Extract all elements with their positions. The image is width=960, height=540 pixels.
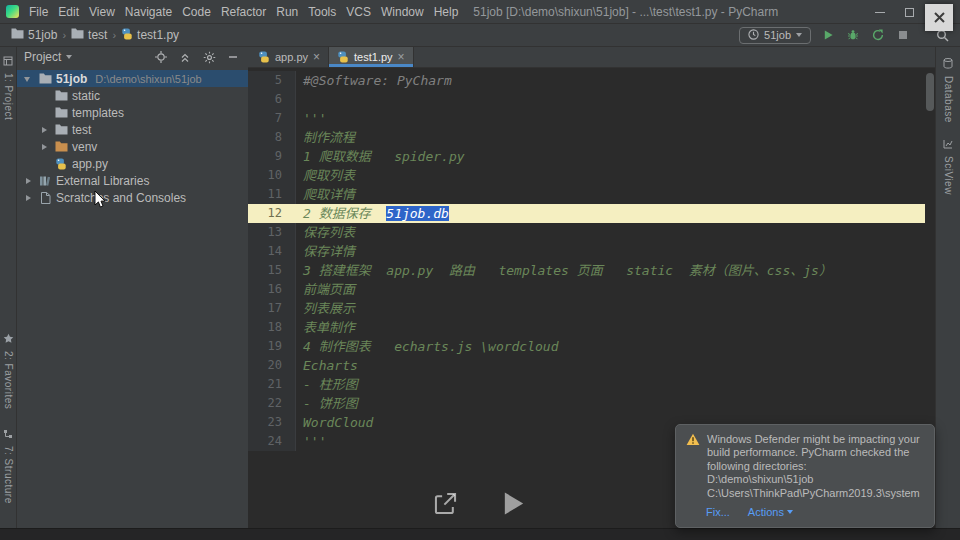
breadcrumb-test1-py[interactable]: test1.py (118, 28, 182, 43)
tool-button-database[interactable]: Database (943, 55, 954, 123)
tool-button-label: Database (943, 76, 954, 123)
notification-paths: D:\demo\shixun\51jobC:\Users\ThinkPad\Py… (707, 473, 924, 500)
tree-item-venv[interactable]: venv (17, 138, 248, 155)
menu-tools[interactable]: Tools (303, 0, 341, 24)
code-line-5[interactable]: 5#@Software: PyCharm (248, 71, 925, 90)
left-strip-top: 1: Project (3, 52, 14, 136)
chevron-right-icon[interactable] (39, 141, 50, 153)
tree-item-scratches-and-consoles[interactable]: Scratches and Consoles (17, 189, 248, 206)
folder-icon (54, 90, 68, 101)
close-button[interactable] (925, 4, 953, 31)
code-line-10[interactable]: 10爬取列表 (248, 166, 925, 185)
tab-close-icon[interactable]: × (398, 51, 405, 63)
tree-item-label: test (72, 123, 91, 137)
code-line-7[interactable]: 7''' (248, 109, 925, 128)
folder-icon (38, 73, 52, 84)
code-line-22[interactable]: 22- 饼形图 (248, 394, 925, 413)
share-overlay-icon[interactable] (432, 490, 459, 521)
right-strip-items: DatabaseSciView (943, 55, 954, 207)
line-number: 21 (248, 375, 296, 394)
code-line-17[interactable]: 17列表展示 (248, 299, 925, 318)
debug-button[interactable] (845, 27, 861, 43)
run-with-coverage-button[interactable] (870, 27, 886, 43)
menu-edit[interactable]: Edit (53, 0, 84, 24)
menu-window[interactable]: Window (376, 0, 429, 24)
tree-item-test[interactable]: test (17, 121, 248, 138)
locate-file-button[interactable] (153, 49, 169, 65)
settings-gear-icon[interactable] (201, 49, 217, 65)
python-icon (121, 28, 133, 43)
line-number: 22 (248, 394, 296, 413)
left-tool-strip: 1: Project 2: Favorites7: Structure (0, 47, 17, 528)
tool-button-7-structure[interactable]: 7: Structure (3, 425, 14, 504)
tool-button-2-favorites[interactable]: 2: Favorites (3, 330, 14, 409)
chevron-right-icon[interactable] (39, 124, 50, 136)
tree-item-path: D:\demo\shixun\51job (95, 73, 201, 85)
code-line-13[interactable]: 13保存列表 (248, 223, 925, 242)
scrollbar-thumb[interactable] (926, 73, 934, 111)
code-line-16[interactable]: 16前端页面 (248, 280, 925, 299)
left-strip-bottom: 2: Favorites7: Structure (3, 330, 14, 520)
chevron-down-icon[interactable] (23, 73, 34, 85)
folder-icon (54, 107, 68, 118)
code-line-9[interactable]: 91 爬取数据 spider.py (248, 147, 925, 166)
tree-item-templates[interactable]: templates (17, 104, 248, 121)
menu-refactor[interactable]: Refactor (216, 0, 271, 24)
hide-panel-button[interactable] (225, 49, 241, 65)
code-line-15[interactable]: 153 搭建框架 app.py 路由 templates 页面 static 素… (248, 261, 925, 280)
code-text: 保存详情 (296, 242, 355, 261)
code-line-6[interactable]: 6 (248, 90, 925, 109)
run-config-selector[interactable]: 51job (739, 27, 811, 44)
code-text: 保存列表 (296, 223, 355, 242)
line-number: 18 (248, 318, 296, 337)
code-line-12[interactable]: 122 数据保存 51job.db (248, 204, 925, 223)
menu-navigate[interactable]: Navigate (120, 0, 177, 24)
menu-vcs[interactable]: VCS (341, 0, 376, 24)
tree-item-label: venv (72, 140, 97, 154)
tree-item-51job[interactable]: 51jobD:\demo\shixun\51job (17, 70, 248, 87)
tab-test1-py[interactable]: test1.py× (329, 47, 414, 67)
code-line-20[interactable]: 20Echarts (248, 356, 925, 375)
code-line-18[interactable]: 18表单制作 (248, 318, 925, 337)
menu-file[interactable]: File (24, 0, 53, 24)
breadcrumb-test[interactable]: test (68, 28, 110, 42)
menu-view[interactable]: View (84, 0, 120, 24)
tree-item-static[interactable]: static (17, 87, 248, 104)
code-line-11[interactable]: 11爬取详情 (248, 185, 925, 204)
menu-code[interactable]: Code (177, 0, 216, 24)
breadcrumb-label: test1.py (137, 28, 179, 42)
tab-app-py[interactable]: app.py× (250, 47, 329, 67)
code-line-19[interactable]: 194 制作图表 echarts.js \wordcloud (248, 337, 925, 356)
notification-path: D:\demo\shixun\51job (707, 473, 924, 487)
line-number: 10 (248, 166, 296, 185)
mouse-cursor (94, 190, 107, 213)
project-tree: 51jobD:\demo\shixun\51jobstatictemplates… (17, 67, 248, 206)
tab-close-icon[interactable]: × (313, 51, 320, 63)
tool-button-sciview[interactable]: SciView (943, 135, 954, 195)
play-overlay-icon[interactable] (503, 491, 525, 520)
code-text (296, 90, 303, 109)
breadcrumb-51job[interactable]: 51job (8, 28, 60, 42)
line-number: 12 (248, 204, 296, 223)
stop-button[interactable] (895, 27, 911, 43)
chevron-right-icon[interactable] (23, 175, 34, 187)
code-line-14[interactable]: 14保存详情 (248, 242, 925, 261)
run-button[interactable] (820, 27, 836, 43)
minimize-button[interactable] (875, 12, 885, 13)
tree-item-app-py[interactable]: app.py (17, 155, 248, 172)
actions-link[interactable]: Actions (748, 506, 793, 518)
chevron-right-icon[interactable] (23, 192, 34, 204)
collapse-all-button[interactable] (177, 49, 193, 65)
maximize-button[interactable] (905, 8, 914, 17)
fix-link[interactable]: Fix... (706, 506, 730, 518)
project-panel-title[interactable]: Project (24, 50, 61, 64)
code-line-8[interactable]: 8制作流程 (248, 128, 925, 147)
code-line-21[interactable]: 21- 柱形图 (248, 375, 925, 394)
breadcrumb-separator: › (60, 29, 68, 41)
menu-run[interactable]: Run (271, 0, 303, 24)
tool-button-1-project[interactable]: 1: Project (3, 52, 14, 120)
code-text: 爬取详情 (296, 185, 355, 204)
python-icon (258, 51, 270, 63)
tree-item-external-libraries[interactable]: External Libraries (17, 172, 248, 189)
menu-help[interactable]: Help (429, 0, 464, 24)
